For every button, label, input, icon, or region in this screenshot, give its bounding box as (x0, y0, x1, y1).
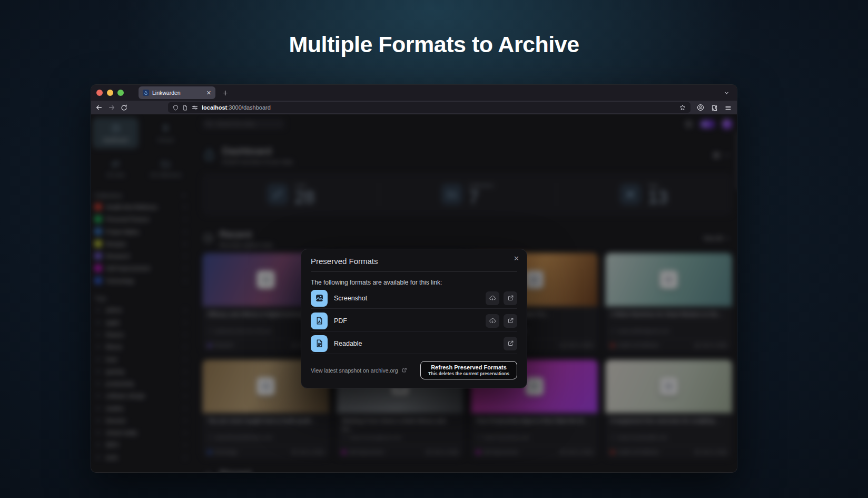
url-bar[interactable]: localhost:3000/dashboard (168, 102, 691, 113)
zoom-window-button[interactable] (117, 90, 124, 96)
archive-org-link[interactable]: View latest snapshot on archive.org (311, 367, 407, 374)
hero-title: Multiple Formats to Archive (0, 32, 868, 57)
toolbar-right-icons (697, 104, 732, 111)
format-label: PDF (334, 317, 479, 325)
tab-title: Linkwarden (152, 90, 203, 96)
linkwarden-app: Dashboard Pinned All Links (91, 114, 737, 472)
new-tab-button[interactable] (222, 90, 229, 96)
list-tabs-chevron-icon[interactable] (724, 90, 729, 96)
external-link-icon (401, 367, 407, 373)
refresh-preserved-formats-button[interactable]: Refresh Preserved Formats This deletes t… (420, 361, 517, 379)
modal-divider (311, 271, 517, 272)
back-button[interactable] (95, 104, 103, 111)
format-label: Readable (334, 340, 497, 347)
refresh-button-title: Refresh Preserved Formats (428, 364, 509, 370)
page-info-icon[interactable] (182, 105, 188, 111)
stage: Multiple Formats to Archive Linkwarden ✕ (0, 0, 868, 498)
format-row-readable: Readable (311, 333, 517, 354)
menu-hamburger-icon[interactable] (725, 104, 732, 111)
external-link-icon[interactable] (504, 291, 517, 305)
forward-button[interactable] (108, 104, 115, 111)
external-link-icon[interactable] (504, 337, 517, 350)
format-row-pdf: PDF (311, 310, 517, 331)
readable-icon (311, 335, 328, 352)
close-window-button[interactable] (96, 90, 103, 96)
browser-tab-linkwarden[interactable]: Linkwarden ✕ (139, 86, 215, 99)
external-link-icon[interactable] (504, 314, 517, 328)
refresh-button-subtitle: This deletes the current preservations (428, 371, 509, 376)
permissions-sliders-icon[interactable] (192, 104, 198, 111)
format-label: Screenshot (334, 295, 479, 302)
modal-description: The following formats are available for … (311, 279, 517, 286)
modal-title: Preserved Formats (311, 257, 517, 266)
reload-button[interactable] (121, 104, 127, 111)
url-text: localhost:3000/dashboard (202, 104, 676, 111)
preserved-formats-modal: Preserved Formats ✕ The following format… (301, 249, 527, 388)
tab-strip: Linkwarden ✕ (91, 85, 737, 101)
url-path: :3000/dashboard (227, 104, 271, 111)
minimize-window-button[interactable] (107, 90, 113, 96)
bookmark-star-icon[interactable] (679, 104, 686, 111)
browser-window: Linkwarden ✕ (91, 84, 737, 473)
close-icon[interactable]: ✕ (514, 255, 519, 262)
image-icon (311, 290, 328, 307)
account-icon[interactable] (697, 104, 704, 111)
download-cloud-icon[interactable] (486, 291, 499, 305)
shield-icon[interactable] (173, 105, 179, 111)
format-row-screenshot: Screenshot (311, 288, 517, 309)
tab-close-icon[interactable]: ✕ (206, 90, 211, 96)
modal-footer: View latest snapshot on archive.org Refr… (311, 361, 517, 379)
linkwarden-favicon (143, 90, 149, 96)
window-controls (96, 90, 124, 96)
extensions-puzzle-icon[interactable] (711, 104, 718, 111)
archive-link-label: View latest snapshot on archive.org (311, 367, 398, 374)
browser-toolbar: localhost:3000/dashboard (91, 101, 737, 114)
pdf-icon (311, 313, 328, 329)
download-cloud-icon[interactable] (486, 314, 499, 328)
url-host: localhost (202, 104, 227, 111)
